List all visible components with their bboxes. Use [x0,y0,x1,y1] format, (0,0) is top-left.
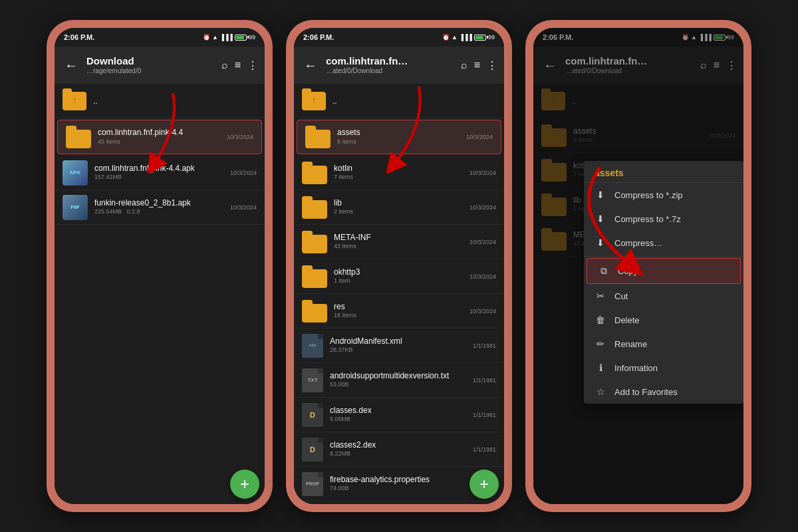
context-menu-item-cut[interactable]: ✂ Cut [584,284,743,308]
file-date: 10/3/2024 [226,204,257,211]
file-info: androidsupportmultidexversion.txt 53.00B [323,371,469,389]
search-icon-2[interactable]: ⌕ [461,59,467,71]
list-item[interactable]: com.linhtran.fnf.pink-4.4 45 items 10/3/… [57,120,262,154]
context-menu-label-cut: Cut [614,291,628,301]
fab-button-1[interactable]: + [230,469,259,499]
list-item[interactable]: META-INF 43 items 10/3/2024 [294,225,504,259]
file-meta: 5.06MB [330,416,469,424]
alarm-icon: ⏰ [203,34,210,41]
delete-icon: 🗑 [595,315,606,325]
file-info: firebase-analytics.properties 74.00B [323,475,469,493]
file-date: 1/1/1981 [469,377,496,384]
battery-icon-2 [474,35,486,41]
wifi-icon: ▲ [212,34,218,41]
context-menu-item-favorites[interactable]: ☆ Add to Favorites [584,380,743,404]
file-name: kotlin [334,164,466,174]
list-icon-1[interactable]: ≡ [235,59,241,71]
file-meta: 74.00B [330,485,469,493]
dex-icon: D [302,403,323,427]
file-date: 10/3/2024 [466,170,496,176]
status-time-1: 2:06 P.M. [64,33,94,41]
apk-icon: APK [63,160,88,186]
status-icons-2: ⏰ ▲ ▐▐▐ 99 [442,34,495,41]
folder-icon-metainf [302,235,327,253]
file-name: com.linhtran.fnf.pink-4.4 [98,128,223,138]
file-info: assets 8 items [331,128,462,146]
context-menu-item-rename[interactable]: ✏ Rename [584,332,743,356]
context-menu-label-compress-zip: Compress to *.zip [614,190,683,200]
phone-3: 2:06 P.M. ⏰ ▲ ▐▐▐ 99 ← com.linhtran.fn… … [525,20,751,512]
folder-icon-kotlin [302,166,327,184]
file-name: okhttp3 [334,267,466,278]
favorites-icon: ☆ [595,386,606,397]
list-item[interactable]: D classes2.dex 8.22MB 1/1/1981 [294,432,504,467]
title-block-2: com.linhtran.fn… …ated/0/Download [326,55,456,75]
dex-icon-2: D [302,438,323,462]
file-info: res 18 items [327,302,466,320]
list-item[interactable]: res 18 items 10/3/2024 [294,294,504,329]
file-meta: 18 items [334,312,466,320]
more-icon-1[interactable]: ⋮ [247,59,258,72]
file-info: okhttp3 1 item [327,267,466,285]
back-button-2[interactable]: ← [301,58,321,73]
list-item[interactable]: lib 2 items 10/3/2024 [294,190,504,225]
context-menu-title: assets [584,161,743,183]
file-list-2: ↑ .. assets 8 items 10/3/2024 [294,84,504,504]
file-info: classes.dex 5.06MB [323,406,469,424]
list-item[interactable]: APK com.linhtran.fnf.pink-4.4.apk 157.41… [55,156,265,190]
context-menu-item-compress-7z[interactable]: ⬇ Compress to *.7z [584,207,743,231]
list-item[interactable]: kotlin 7 items 10/3/2024 [294,156,504,190]
context-menu-item-copy[interactable]: ⧉ Copy [587,258,741,284]
file-info: kotlin 7 items [327,164,466,182]
status-bar-1: 2:06 P.M. ⏰ ▲ ▐▐▐ 99 [55,28,265,47]
list-item[interactable]: TXT androidsupportmultidexversion.txt 53… [294,363,504,398]
title-block-1: Download …rage/emulated/0 [86,55,216,75]
search-icon-1[interactable]: ⌕ [221,59,228,71]
page-title-1: Download [86,55,216,67]
file-meta: 2 items [334,208,466,216]
list-item[interactable]: ↑ .. [55,84,265,118]
phone-1-screen: 2:06 P.M. ⏰ ▲ ▐▐▐ 99 ← Download …rage/em… [55,28,265,504]
phone-3-screen: 2:06 P.M. ⏰ ▲ ▐▐▐ 99 ← com.linhtran.fn… … [533,28,743,504]
file-name: funkin-release0_2_8b1.apk [94,198,226,209]
file-name: res [334,302,466,313]
list-item[interactable]: </> AndroidManifest.xml 28.37KB 1/1/1981 [294,329,504,363]
file-name: .. [332,96,337,106]
list-item[interactable]: D classes.dex 5.06MB 1/1/1981 [294,398,504,432]
file-meta: 157.41MB [94,174,226,182]
folder-icon-res [302,304,327,323]
file-meta: 225.54MB 0.2.8 [94,208,226,216]
list-icon-2[interactable]: ≡ [474,59,480,71]
folder-icon [66,130,91,148]
file-meta: 1 item [334,277,466,285]
list-item[interactable]: assets 8 items 10/3/2024 [297,120,501,154]
file-list-1: ↑ .. com.linhtran.fnf.pink-4.4 45 items … [55,84,265,504]
list-item[interactable]: okhttp3 1 item 10/3/2024 [294,259,504,294]
more-icon-2[interactable]: ⋮ [487,59,497,72]
txt-icon: TXT [302,368,323,392]
status-time-2: 2:06 P.M. [303,33,334,41]
folder-icon-okhttp3 [302,269,327,288]
compress-zip-icon: ⬇ [595,190,606,200]
file-date: 10/3/2024 [466,273,496,280]
list-item[interactable]: FNF funkin-release0_2_8b1.apk 225.54MB 0… [55,190,265,225]
list-item[interactable]: PROP firebase-annotations.properties 78.… [294,501,504,504]
fab-button-2[interactable]: + [469,469,499,499]
file-date: 10/3/2024 [223,134,253,140]
context-menu-item-information[interactable]: ℹ Information [584,356,743,380]
back-button-1[interactable]: ← [61,58,81,73]
apk-icon-2: FNF [63,195,88,220]
file-date: 1/1/1981 [469,342,496,349]
file-name: androidsupportmultidexversion.txt [330,371,469,382]
context-menu-item-delete[interactable]: 🗑 Delete [584,308,743,332]
file-date: 10/3/2024 [466,308,496,315]
file-name: .. [93,96,98,106]
prop-icon: PROP [302,472,323,496]
list-item[interactable]: ↑ .. [294,84,504,118]
context-menu-item-compress[interactable]: ⬇ Compress… [584,231,743,255]
file-name: classes2.dex [330,440,469,451]
context-menu-label-compress-7z: Compress to *.7z [614,214,681,224]
context-menu-item-compress-zip[interactable]: ⬇ Compress to *.zip [584,183,743,207]
top-bar-1: ← Download …rage/emulated/0 ⌕ ≡ ⋮ [55,47,265,84]
top-bar-2: ← com.linhtran.fn… …ated/0/Download ⌕ ≡ … [294,47,504,84]
